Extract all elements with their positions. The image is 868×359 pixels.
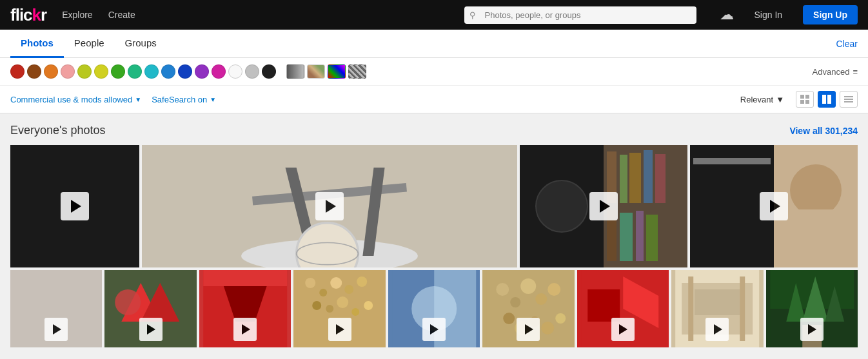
- color-multi[interactable]: [328, 64, 346, 79]
- svg-point-50: [352, 308, 360, 316]
- play-button-b5: [422, 318, 446, 341]
- tab-people[interactable]: People: [64, 30, 115, 58]
- play-button-b7: [611, 318, 635, 341]
- play-button-2: [315, 192, 344, 220]
- photo-thumb-b4[interactable]: [293, 270, 385, 347]
- svg-point-37: [115, 289, 141, 315]
- color-photo[interactable]: [307, 64, 325, 79]
- signup-button[interactable]: Sign Up: [803, 5, 858, 24]
- color-teal[interactable]: [128, 64, 142, 79]
- play-icon-b8: [714, 324, 722, 335]
- clear-link[interactable]: Clear: [836, 39, 858, 49]
- play-icon-3: [600, 200, 610, 213]
- play-button-b8: [705, 318, 729, 341]
- photo-thumb-4[interactable]: [690, 145, 858, 267]
- safesearch-filter[interactable]: SafeSearch on ▼: [152, 95, 216, 104]
- section-title: Everyone's photos: [10, 124, 106, 137]
- play-icon-b9: [808, 324, 816, 335]
- play-button-b4: [328, 318, 351, 341]
- signin-link[interactable]: Sign In: [755, 10, 783, 20]
- relevant-label: Relevant: [740, 95, 773, 104]
- color-brown[interactable]: [27, 64, 41, 79]
- photo-thumb-b5[interactable]: [388, 270, 480, 347]
- color-white[interactable]: [228, 64, 242, 79]
- svg-rect-33: [693, 158, 771, 164]
- svg-rect-3: [805, 100, 809, 104]
- advanced-label: Advanced: [813, 67, 850, 77]
- color-blue[interactable]: [161, 64, 175, 79]
- play-button-b2: [139, 318, 163, 341]
- photo-thumb-b6[interactable]: [482, 270, 574, 347]
- list-icon: [844, 95, 853, 104]
- svg-rect-8: [844, 101, 853, 102]
- play-icon-b6: [525, 324, 533, 335]
- play-icon-2: [326, 200, 336, 213]
- photo-thumb-b3[interactable]: [199, 270, 291, 347]
- color-dark[interactable]: [262, 64, 276, 79]
- photo-thumb-3[interactable]: [520, 145, 687, 267]
- color-magenta[interactable]: [212, 64, 226, 79]
- view-grid-small-button[interactable]: [796, 91, 814, 108]
- tab-groups[interactable]: Groups: [115, 30, 167, 58]
- tabs-bar: Photos People Groups Clear: [0, 30, 868, 58]
- section-header: Everyone's photos View all 301,234: [10, 124, 858, 137]
- photo-thumb-1[interactable]: [10, 145, 139, 267]
- view-all-count: 301,234: [825, 126, 858, 136]
- svg-point-57: [510, 297, 520, 307]
- play-button-b3: [233, 318, 257, 341]
- play-button-b1: [44, 318, 68, 341]
- commercial-filter[interactable]: Commercial use & mods allowed ▼: [10, 95, 141, 104]
- svg-rect-1: [805, 95, 809, 99]
- svg-rect-2: [800, 100, 804, 104]
- advanced-button[interactable]: Advanced ≡: [813, 67, 858, 77]
- color-green[interactable]: [111, 64, 125, 79]
- view-grid-large-button[interactable]: [818, 91, 836, 108]
- search-input[interactable]: [464, 6, 696, 24]
- safesearch-label: SafeSearch on: [152, 95, 207, 104]
- upload-button[interactable]: ☁: [720, 6, 734, 23]
- view-all-link[interactable]: View all 301,234: [789, 126, 858, 136]
- color-gradient[interactable]: [286, 64, 304, 79]
- photo-thumb-b8[interactable]: [671, 270, 763, 347]
- color-orange[interactable]: [44, 64, 58, 79]
- svg-point-46: [357, 277, 368, 287]
- filter-row: Commercial use & mods allowed ▼ SafeSear…: [0, 86, 868, 113]
- svg-point-48: [326, 305, 334, 313]
- tab-photos[interactable]: Photos: [10, 30, 64, 58]
- photo-thumb-b9[interactable]: [766, 270, 858, 347]
- explore-link[interactable]: Explore: [62, 10, 92, 20]
- view-all-prefix: View all: [789, 126, 825, 136]
- play-icon-b5: [430, 324, 439, 335]
- color-pattern[interactable]: [348, 64, 366, 79]
- color-yellow[interactable]: [94, 64, 108, 79]
- color-pink[interactable]: [61, 64, 75, 79]
- relevant-arrow-icon: ▼: [776, 95, 784, 104]
- view-list-button[interactable]: [840, 91, 858, 108]
- svg-rect-73: [695, 289, 740, 315]
- color-purple[interactable]: [195, 64, 209, 79]
- photo-thumb-b1[interactable]: [10, 270, 102, 347]
- svg-point-51: [364, 301, 373, 310]
- photo-thumb-b7[interactable]: [577, 270, 669, 347]
- color-dark-blue[interactable]: [178, 64, 192, 79]
- photo-thumb-2[interactable]: [142, 145, 517, 267]
- search-wrap: ⚲: [464, 6, 696, 24]
- filter-icon: ≡: [853, 67, 858, 77]
- play-button-3: [589, 192, 618, 220]
- svg-point-56: [496, 283, 509, 296]
- safesearch-arrow-icon: ▼: [210, 96, 216, 103]
- color-cyan[interactable]: [144, 64, 159, 79]
- create-link[interactable]: Create: [108, 10, 135, 20]
- color-light-gray[interactable]: [245, 64, 259, 79]
- relevant-dropdown[interactable]: Relevant ▼: [740, 95, 784, 104]
- play-button-1: [61, 192, 89, 220]
- play-icon-b1: [53, 324, 61, 335]
- svg-rect-7: [844, 99, 853, 100]
- svg-rect-31: [790, 209, 842, 267]
- svg-rect-24: [620, 213, 633, 261]
- play-button-4: [760, 192, 788, 220]
- color-red[interactable]: [10, 64, 25, 79]
- color-yellow-green[interactable]: [77, 64, 92, 79]
- photo-thumb-b2[interactable]: [104, 270, 196, 347]
- svg-point-43: [320, 289, 328, 296]
